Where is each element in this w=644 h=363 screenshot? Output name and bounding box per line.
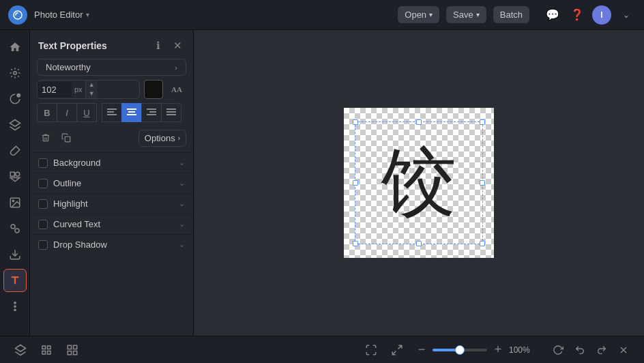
main-area: Text Properties ℹ ✕ Noteworthy › px ▲ ▼ — [0, 30, 644, 336]
chevron-highlight-icon: ⌄ — [179, 199, 185, 208]
nav-objects-icon[interactable] — [3, 217, 27, 240]
nav-text-icon[interactable] — [3, 269, 27, 292]
svg-rect-25 — [166, 108, 176, 110]
font-selector[interactable]: Noteworthy › — [37, 59, 186, 76]
font-chevron-icon: › — [175, 63, 177, 72]
svg-point-10 — [15, 229, 19, 233]
app-name[interactable]: Photo Editor ▾ — [34, 10, 89, 20]
selection-icon-button[interactable] — [37, 340, 56, 360]
checkbox-outline[interactable] — [38, 179, 48, 188]
collapse-item-curved-text[interactable]: Curved Text ⌄ — [30, 214, 193, 234]
italic-button[interactable]: I — [57, 103, 77, 122]
svg-rect-20 — [128, 111, 135, 113]
size-down-button[interactable]: ▼ — [86, 89, 98, 98]
nav-more-icon[interactable] — [3, 295, 27, 318]
zoom-slider-thumb[interactable] — [455, 345, 465, 355]
expand-icon-button[interactable]: ⌄ — [617, 5, 636, 25]
zoom-slider[interactable] — [433, 349, 487, 351]
size-color-row: px ▲ ▼ AA — [30, 80, 193, 103]
checkbox-highlight[interactable] — [38, 199, 48, 209]
open-button[interactable]: Open ▾ — [398, 6, 439, 23]
chevron-outline-icon: ⌄ — [179, 179, 185, 188]
zoom-in-button[interactable]: + — [490, 342, 506, 358]
close-icon-button[interactable] — [614, 340, 633, 360]
delete-button[interactable] — [37, 129, 55, 147]
svg-point-2 — [17, 94, 20, 98]
collapse-item-background[interactable]: Background ⌄ — [30, 152, 193, 173]
layers-icon-button[interactable] — [11, 340, 30, 360]
nav-effects-icon[interactable] — [3, 87, 27, 111]
svg-point-12 — [14, 302, 15, 304]
batch-button[interactable]: Batch — [493, 6, 529, 23]
nav-shape-icon[interactable] — [3, 165, 27, 188]
nav-home-icon[interactable] — [3, 35, 27, 59]
chevron-drop-shadow-icon: ⌄ — [179, 240, 185, 249]
svg-point-13 — [14, 306, 15, 307]
resize-icon-button[interactable] — [387, 340, 407, 360]
chevron-curved-text-icon: ⌄ — [179, 220, 185, 229]
nav-export-icon[interactable] — [3, 243, 27, 266]
svg-rect-17 — [107, 111, 114, 113]
label-drop-shadow: Drop Shadow — [53, 239, 173, 250]
chat-icon-button[interactable]: 💬 — [543, 5, 562, 25]
collapse-item-outline[interactable]: Outline ⌄ — [30, 173, 193, 193]
font-size-input[interactable] — [38, 82, 72, 98]
size-up-button[interactable]: ▲ — [86, 81, 98, 89]
checkbox-background[interactable] — [38, 158, 48, 168]
svg-point-14 — [14, 309, 15, 310]
canvas-container: 饺 — [344, 108, 494, 258]
font-size-input-wrap: px ▲ ▼ — [37, 80, 140, 99]
nav-image-icon[interactable] — [3, 191, 27, 214]
undo-icon-button[interactable] — [570, 340, 589, 360]
svg-rect-30 — [68, 345, 71, 349]
svg-rect-21 — [127, 114, 136, 115]
svg-rect-31 — [74, 345, 77, 349]
bottombar: − + 100% — [0, 336, 644, 363]
avatar[interactable]: I — [592, 5, 611, 25]
align-right-button[interactable] — [141, 103, 162, 122]
align-left-button[interactable] — [102, 103, 122, 122]
close-icon-button[interactable]: ✕ — [170, 38, 185, 53]
nav-layers-icon[interactable] — [3, 113, 27, 136]
checkbox-curved-text[interactable] — [38, 220, 48, 229]
bold-button[interactable]: B — [37, 103, 57, 122]
nav-adjust-icon[interactable] — [3, 61, 27, 85]
refresh-icon-button[interactable] — [548, 340, 568, 360]
nav-brush-icon[interactable] — [3, 139, 27, 162]
align-justify-button[interactable] — [161, 103, 181, 122]
zoom-out-button[interactable]: − — [413, 342, 430, 358]
duplicate-button[interactable] — [57, 129, 75, 147]
app-name-label: Photo Editor — [34, 10, 83, 20]
color-swatch[interactable] — [144, 80, 163, 99]
svg-rect-33 — [74, 351, 77, 354]
underline-button[interactable]: U — [76, 103, 97, 122]
collapse-item-drop-shadow[interactable]: Drop Shadow ⌄ — [30, 234, 193, 255]
topbar-icons: 💬 ❓ I ⌄ — [543, 5, 636, 25]
help-icon-button[interactable]: ❓ — [568, 5, 587, 25]
svg-rect-19 — [127, 108, 136, 110]
redo-icon-button[interactable] — [592, 340, 611, 360]
svg-rect-24 — [147, 114, 156, 115]
svg-point-0 — [14, 11, 22, 19]
options-button[interactable]: Options › — [138, 130, 186, 147]
text-case-button[interactable]: AA — [167, 80, 186, 99]
label-curved-text: Curved Text — [53, 219, 173, 229]
panel-header: Text Properties ℹ ✕ — [30, 30, 193, 59]
checkbox-drop-shadow[interactable] — [38, 240, 48, 250]
svg-rect-26 — [166, 111, 176, 113]
svg-rect-23 — [149, 111, 156, 113]
align-center-button[interactable] — [121, 103, 142, 122]
svg-rect-22 — [147, 108, 156, 110]
canvas-character: 饺 — [381, 145, 456, 220]
grid-icon-button[interactable] — [63, 340, 82, 360]
options-row: Options › — [30, 126, 193, 152]
svg-marker-29 — [16, 345, 26, 351]
fit-icon-button[interactable] — [362, 340, 381, 360]
left-nav — [0, 30, 30, 336]
info-icon-button[interactable]: ℹ — [151, 38, 166, 53]
collapse-item-highlight[interactable]: Highlight ⌄ — [30, 193, 193, 214]
panel-title: Text Properties — [38, 40, 107, 51]
font-unit-label: px — [72, 85, 85, 93]
save-button[interactable]: Save ▾ — [446, 6, 486, 23]
topbar: Photo Editor ▾ Open ▾ Save ▾ Batch 💬 ❓ I… — [0, 0, 644, 30]
